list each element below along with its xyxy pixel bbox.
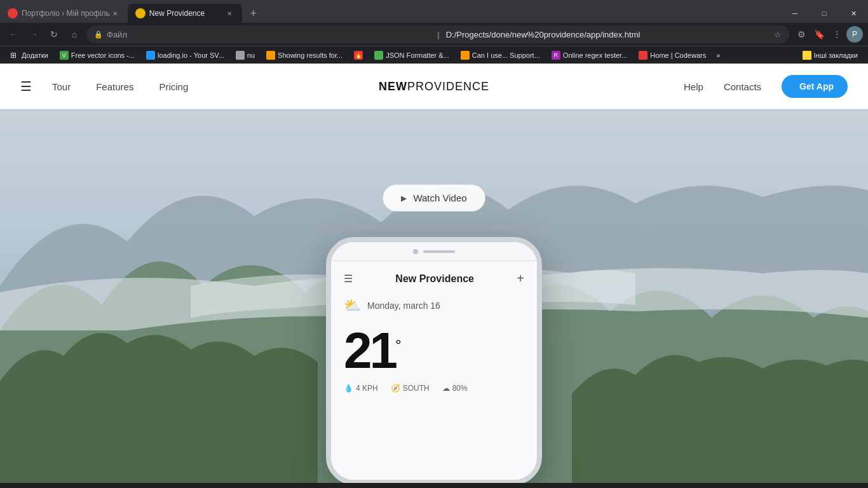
watch-video-button[interactable]: ▶ Watch Video <box>383 184 485 212</box>
hamburger-menu[interactable]: ☰ <box>20 79 32 94</box>
home-button[interactable]: ⌂ <box>66 26 83 43</box>
cloud-icon: ☁ <box>442 384 450 393</box>
browser-chrome: Портфоліо › Мій профіль ✕ New Providence… <box>0 0 868 64</box>
folder-icon <box>803 51 811 60</box>
app-date: Monday, march 16 <box>367 301 440 311</box>
bookmark-icon[interactable]: 🔖 <box>811 26 827 43</box>
browser-tab-1[interactable]: Портфоліо › Мій профіль ✕ <box>0 4 128 23</box>
navbar: ☰ Tour Features Pricing NEWPROVIDENCE He… <box>0 64 868 109</box>
bookmark-canuse[interactable]: Can I use... Support... <box>456 50 545 61</box>
get-app-button[interactable]: Get App <box>782 75 848 98</box>
window-controls: ─ □ ✕ <box>780 2 868 25</box>
bookmark-label-regex: Online regex tester... <box>563 51 628 59</box>
phone-camera <box>413 249 418 254</box>
profile-icon[interactable]: P <box>846 26 863 43</box>
chrome-app[interactable]: 🌐 <box>114 483 142 488</box>
bookmark-regex[interactable]: R Online regex tester... <box>546 50 633 61</box>
app-menu-icon: ☰ <box>344 273 353 285</box>
star-icon[interactable]: ☆ <box>774 30 782 39</box>
bookmark-nu[interactable]: nu <box>231 50 260 61</box>
explorer-app2[interactable]: 🗂 <box>170 483 198 488</box>
cloud-value: 80% <box>452 384 468 393</box>
fileexplorer-app[interactable]: 📁 <box>86 483 114 488</box>
nav-links-left: Tour Features Pricing <box>52 81 188 92</box>
wind-value: 4 KPH <box>356 384 378 393</box>
nav-link-help[interactable]: Help <box>684 81 703 92</box>
bookmark-favicon-flame: 🔥 <box>354 51 363 60</box>
tab-title-1: Портфоліо › Мій профіль <box>22 9 110 18</box>
bookmark-label-canuse: Can I use... Support... <box>472 51 540 59</box>
settings-icon[interactable]: ⋮ <box>829 26 845 43</box>
bookmark-label-nu: nu <box>247 51 255 59</box>
stat-cloud: ☁ 80% <box>442 384 468 393</box>
bookmark-label-json: JSON Formatter &... <box>386 51 449 59</box>
stat-direction: 🧭 SOUTH <box>391 384 430 393</box>
bookmark-favicon-vectors: V <box>60 51 69 60</box>
close-button[interactable]: ✕ <box>839 2 868 25</box>
minimize-button[interactable]: ─ <box>780 2 810 25</box>
bookmark-favicon-apps: ⊞ <box>10 51 19 60</box>
tab-favicon-1 <box>8 8 18 18</box>
address-separator: | <box>437 30 439 39</box>
extensions-icon[interactable]: ⚙ <box>793 26 810 43</box>
folder-label: Інші закладки <box>814 51 858 59</box>
taskbar: ⊞ 🔍 ⧉ 📁 🌐 ▶ 🗂 🌍 ∧ 🌐 🔊 ENG 15:0 <box>0 483 868 488</box>
nav-link-contacts[interactable]: Contacts <box>724 81 761 92</box>
bookmark-label-loading: loading.io - Your SV... <box>158 51 224 59</box>
protocol-label: Файл <box>107 30 431 39</box>
chrome-app2[interactable]: 🌍 <box>198 483 226 488</box>
maximize-button[interactable]: □ <box>810 2 839 25</box>
security-icon: 🔒 <box>94 30 103 39</box>
app-title-phone: New Providence <box>395 273 474 285</box>
bookmark-showing[interactable]: Showing results for... <box>261 50 348 61</box>
bookmark-favicon-nu <box>236 51 245 60</box>
nav-link-pricing[interactable]: Pricing <box>159 81 188 92</box>
nav-link-tour[interactable]: Tour <box>52 81 71 92</box>
bookmark-label-apps: Додатки <box>22 51 48 59</box>
tab-title-2: New Providence <box>149 9 224 18</box>
bookmark-apps[interactable]: ⊞ Додатки <box>5 50 53 61</box>
notification-button[interactable]: 🗨 <box>848 483 868 488</box>
search-button-taskbar[interactable]: 🔍 <box>31 483 58 488</box>
taskbar-apps: ⧉ 📁 🌐 ▶ 🗂 🌍 <box>58 483 226 488</box>
bookmark-codewars[interactable]: Home | Codewars <box>634 50 711 61</box>
stat-wind: 💧 4 KPH <box>344 384 378 393</box>
tab-bar: Портфоліо › Мій профіль ✕ New Providence… <box>0 0 868 23</box>
forward-button[interactable]: → <box>25 26 42 43</box>
bookmark-vectors[interactable]: V Free vector icons -... <box>55 50 140 61</box>
phone-outer: ☰ New Providence + ⛅ Monday, march 16 21… <box>326 237 542 483</box>
bookmark-favicon-codewars <box>639 51 648 60</box>
bookmark-folder-other[interactable]: Інші закладки <box>797 50 863 61</box>
nav-link-features[interactable]: Features <box>96 81 133 92</box>
bookmark-json[interactable]: JSON Formatter &... <box>369 50 454 61</box>
reload-button[interactable]: ↻ <box>46 26 62 43</box>
toolbar-icons: ⚙ 🔖 ⋮ P <box>793 26 863 43</box>
bookmark-flame[interactable]: 🔥 <box>349 50 368 61</box>
back-button[interactable]: ← <box>5 26 22 43</box>
youtube-app[interactable]: ▶ <box>142 483 170 488</box>
start-button[interactable]: ⊞ <box>0 483 31 488</box>
tab-close-1[interactable]: ✕ <box>110 8 120 18</box>
app-temperature: 21° <box>331 319 537 376</box>
nav-logo[interactable]: NEWPROVIDENCE <box>379 80 489 93</box>
wind-icon: 💧 <box>344 384 353 393</box>
app-add-icon: + <box>517 271 524 286</box>
address-input[interactable]: 🔒 Файл | D:/Progects/done/new%20providen… <box>86 25 789 43</box>
play-icon: ▶ <box>401 194 407 203</box>
app-header: ☰ New Providence + <box>331 261 537 292</box>
direction-icon: 🧭 <box>391 384 400 393</box>
direction-value: SOUTH <box>403 384 430 393</box>
tab-close-2[interactable]: ✕ <box>224 8 234 18</box>
bookmark-label-codewars: Home | Codewars <box>650 51 706 59</box>
taskview-app[interactable]: ⧉ <box>58 483 86 488</box>
bookmark-favicon-canuse <box>461 51 470 60</box>
new-tab-button[interactable]: + <box>245 4 262 22</box>
logo-part1: NEW <box>379 80 407 93</box>
bookmark-label-showing: Showing results for... <box>278 51 342 59</box>
bookmark-loading[interactable]: loading.io - Your SV... <box>141 50 229 61</box>
bookmarks-bar: ⊞ Додатки V Free vector icons -... loadi… <box>0 46 868 64</box>
url-text: D:/Progects/done/new%20providence/app/in… <box>446 30 770 39</box>
more-bookmarks-button[interactable]: » <box>712 50 724 60</box>
browser-tab-2[interactable]: New Providence ✕ <box>128 4 242 23</box>
bookmark-favicon-loading <box>146 51 155 60</box>
